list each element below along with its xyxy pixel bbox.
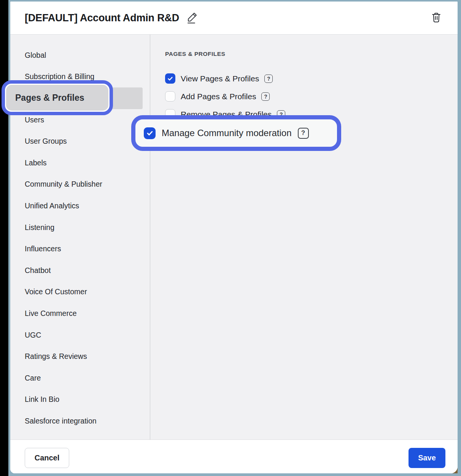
add-pages-profiles-checkbox[interactable] xyxy=(165,91,175,102)
save-button[interactable]: Save xyxy=(409,448,445,468)
page-title: [DEFAULT] Account Admin R&D xyxy=(25,12,179,24)
sidebar-item-community-publisher[interactable]: Community & Publisher xyxy=(10,174,150,195)
modal-footer: Cancel Save xyxy=(10,440,458,473)
background-left-strip xyxy=(0,0,8,476)
sidebar-item-salesforce-integration[interactable]: Salesforce integration xyxy=(10,410,150,432)
trash-icon[interactable] xyxy=(431,12,442,24)
sidebar-item-voice-of-customer[interactable]: Voice Of Customer xyxy=(10,281,150,303)
section-title: PAGES & PROFILES xyxy=(165,51,225,57)
question-mark-icon[interactable]: ? xyxy=(264,75,273,83)
sidebar-item-user-groups[interactable]: User Groups xyxy=(10,130,150,152)
role-permissions-modal: [DEFAULT] Account Admin R&D Global Subsc… xyxy=(10,2,458,473)
permission-row-add-pages-profiles: Add Pages & Profiles ? xyxy=(165,91,270,102)
sidebar-item-unified-analytics[interactable]: Unified Analytics xyxy=(10,195,150,217)
annotation-pages-profiles-label: Pages & Profiles xyxy=(6,85,108,111)
view-pages-profiles-checkbox[interactable] xyxy=(165,73,175,84)
sidebar-item-influencers[interactable]: Influencers xyxy=(10,238,150,260)
question-mark-icon[interactable]: ? xyxy=(261,92,270,101)
annotation-highlight-manage-community-moderation: Manage Community moderation ? xyxy=(131,115,341,151)
sidebar-item-chatbot[interactable]: Chatbot xyxy=(10,260,150,281)
cancel-button[interactable]: Cancel xyxy=(25,448,69,468)
sidebar-item-ugc[interactable]: UGC xyxy=(10,324,150,346)
question-mark-icon[interactable]: ? xyxy=(298,128,309,139)
sidebar-item-live-commerce[interactable]: Live Commerce xyxy=(10,303,150,324)
sidebar-item-global[interactable]: Global xyxy=(10,44,150,66)
modal-header: [DEFAULT] Account Admin R&D xyxy=(10,2,458,35)
permission-label: Add Pages & Profiles xyxy=(181,92,256,101)
permissions-panel: PAGES & PROFILES View Pages & Profiles ?… xyxy=(150,35,458,440)
sidebar-item-ratings-reviews[interactable]: Ratings & Reviews xyxy=(10,346,150,367)
permission-label: Manage Community moderation xyxy=(162,128,292,138)
checkmark-icon xyxy=(146,129,154,137)
permission-row-view-pages-profiles: View Pages & Profiles ? xyxy=(165,73,273,84)
checkmark-icon xyxy=(167,75,173,82)
sidebar-item-labels[interactable]: Labels xyxy=(10,152,150,174)
permission-label: View Pages & Profiles xyxy=(181,74,259,83)
pencil-line-icon[interactable] xyxy=(186,11,198,24)
sidebar-item-care[interactable]: Care xyxy=(10,367,150,389)
manage-community-moderation-checkbox[interactable] xyxy=(144,127,156,139)
annotation-highlight-pages-profiles: Pages & Profiles xyxy=(2,80,113,115)
sidebar-item-listening[interactable]: Listening xyxy=(10,217,150,238)
sidebar-item-link-in-bio[interactable]: Link In Bio xyxy=(10,389,150,411)
